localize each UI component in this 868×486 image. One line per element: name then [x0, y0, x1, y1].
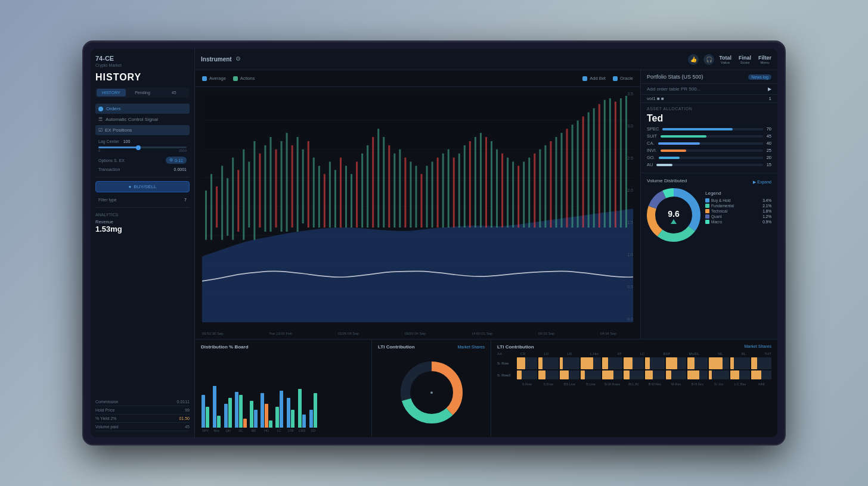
balance-row: Transaction 0.0001 — [95, 166, 190, 173]
candlestick-chart: 3.53.02.52.01.51.00.50.0 — [195, 87, 640, 339]
svg-rect-43 — [426, 166, 428, 228]
svg-rect-15 — [275, 149, 277, 228]
allocation-bars: SPEC 70 SUIT 45 CA. — [647, 126, 771, 169]
svg-rect-42 — [421, 174, 423, 228]
donut-section: Volume Distributed ▶ Expand — [641, 173, 777, 248]
legend-average[interactable]: Average — [202, 76, 226, 81]
stat-yield: % Yield 2% 01.50 — [95, 415, 190, 423]
svg-rect-79 — [620, 98, 622, 228]
alloc-spec: SPEC 70 — [647, 126, 771, 132]
bar-chart-area: SPY Nov — [201, 353, 365, 432]
nav-auto-control[interactable]: ☰ Automatic Control Signal — [95, 114, 190, 124]
svg-rect-32 — [367, 145, 368, 228]
bottom-bar-chart: Distribution % Board SPY — [195, 339, 372, 437]
x-axis: 09:52:30 Sep Tue 13:00 Feb 01/25 08 Sep … — [202, 332, 616, 335]
options-chip[interactable]: ⚙ 0-11 — [166, 157, 187, 164]
svg-rect-23 — [318, 166, 320, 228]
svg-rect-4 — [216, 186, 218, 228]
home-icon — [98, 107, 103, 111]
app-logo: 74-CE — [95, 55, 190, 62]
top-bar-final-label: Final Score — [739, 55, 751, 64]
right-panel: Portfolio Stats (US 500) News log Add or… — [640, 70, 777, 339]
legend-dot-average — [202, 76, 207, 81]
lag-center-row: Lag Center 100 — [95, 138, 190, 145]
svg-rect-73 — [588, 113, 590, 228]
svg-rect-74 — [593, 108, 595, 228]
stat-hold-price: Hold Price 99 — [95, 406, 190, 415]
svg-rect-39 — [404, 158, 406, 228]
svg-rect-34 — [377, 129, 379, 228]
svg-rect-20 — [302, 149, 304, 223]
svg-rect-36 — [388, 145, 390, 228]
svg-rect-13 — [264, 145, 266, 232]
stats-section: Commission 0.0111 Hold Price 99 % Yield … — [95, 398, 190, 431]
donut-chart: 9.6 — [647, 188, 700, 243]
tab-history[interactable]: HISTORY — [97, 89, 126, 96]
svg-rect-53 — [480, 133, 482, 228]
svg-rect-28 — [345, 166, 347, 228]
thumbs-up-icon[interactable]: 👍 — [688, 54, 699, 65]
svg-rect-65 — [544, 145, 546, 228]
svg-rect-47 — [448, 149, 450, 228]
top-bar-filter-label: Filter Menu — [758, 55, 771, 64]
bottom-donut: LTI Contribution Market Shares ● — [372, 339, 491, 437]
svg-rect-60 — [517, 166, 519, 228]
svg-rect-72 — [582, 116, 584, 228]
svg-rect-11 — [253, 141, 255, 240]
tab-count[interactable]: 45 — [159, 89, 188, 96]
stat-commission: Commission 0.0111 — [95, 398, 190, 406]
svg-rect-26 — [334, 170, 336, 228]
svg-rect-33 — [372, 137, 374, 228]
top-bar-right: 👍 🎧 Total Value Final Score F — [688, 54, 771, 65]
svg-rect-59 — [512, 161, 514, 228]
tab-pending[interactable]: Pending — [128, 89, 157, 96]
svg-rect-18 — [292, 145, 293, 228]
svg-rect-51 — [469, 141, 471, 228]
legend-dot-actions — [233, 76, 238, 81]
screen: 74-CE Crypto Market HISTORY HISTORY Pend… — [91, 49, 777, 437]
lag-slider[interactable] — [98, 147, 187, 148]
svg-rect-8 — [237, 170, 239, 232]
svg-rect-50 — [464, 145, 466, 228]
chart-controls: Average Actions Add Bet — [195, 70, 640, 87]
top-bar: Instrument ⚙ 👍 🎧 Total Value Fin — [195, 49, 777, 70]
svg-rect-61 — [523, 161, 525, 228]
hbar-row-labels: S.Row S.Row BS Line B.Line Sr.M Rows Bt.… — [497, 382, 771, 386]
alloc-go: GO. 20 — [647, 155, 771, 160]
svg-rect-27 — [340, 158, 342, 228]
svg-rect-30 — [356, 161, 358, 228]
legend-add-bet[interactable]: Add Bet — [582, 76, 606, 81]
svg-rect-25 — [329, 161, 331, 228]
hbar-section: LTI Contribution Market Shares AACELOLBL… — [491, 339, 777, 437]
headset-icon[interactable]: 🎧 — [703, 54, 714, 65]
svg-rect-14 — [269, 137, 271, 232]
svg-rect-40 — [410, 161, 411, 228]
svg-rect-16 — [281, 141, 283, 232]
filter-icon[interactable]: ⚙ — [235, 55, 244, 64]
ex-positions-section: ☑ EX Positions — [95, 125, 190, 135]
legend-oracle[interactable]: Oracle — [613, 76, 633, 81]
svg-rect-62 — [528, 158, 530, 228]
alloc-au: AU 15 — [647, 162, 771, 167]
svg-rect-6 — [227, 178, 228, 236]
svg-rect-9 — [243, 149, 244, 240]
nav-orders[interactable]: Orders — [95, 104, 190, 114]
svg-rect-2 — [205, 191, 207, 240]
svg-rect-17 — [286, 133, 288, 232]
allocation-layout: SPEC 70 SUIT 45 CA. — [647, 126, 771, 169]
svg-rect-77 — [609, 98, 611, 228]
alloc-suit: SUIT 45 — [647, 133, 771, 139]
main-content: Instrument ⚙ 👍 🎧 Total Value Fin — [195, 49, 777, 437]
news-log-badge[interactable]: News log — [748, 74, 771, 80]
stat-volume: Volume paid 45 — [95, 423, 190, 431]
svg-rect-24 — [324, 174, 326, 228]
app-subtitle: Crypto Market — [95, 63, 190, 67]
svg-rect-55 — [491, 141, 492, 228]
buy-sell-button[interactable]: ● BUY/SELL — [95, 181, 190, 192]
top-bar-icons: 👍 🎧 — [688, 54, 714, 65]
legend-actions[interactable]: Actions — [233, 76, 255, 81]
svg-rect-64 — [539, 149, 541, 228]
svg-rect-49 — [458, 154, 460, 228]
svg-rect-63 — [534, 154, 535, 228]
alloc-invi: INVI. 25 — [647, 148, 771, 153]
